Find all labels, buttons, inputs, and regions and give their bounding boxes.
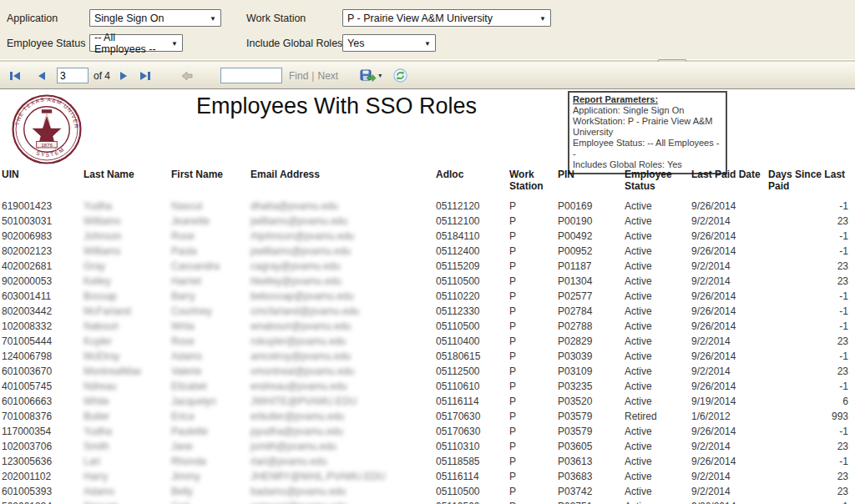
- report-parameters-box: Report Parameters: Application: Single S…: [568, 91, 727, 174]
- email-cell-redacted: pwilliams@pvamu.edu: [250, 244, 436, 259]
- last-name-cell-redacted: Williams: [83, 244, 171, 259]
- first-name-cell-redacted: Paulette: [171, 424, 250, 439]
- first-name-cell-redacted: Erica: [171, 409, 250, 424]
- days-since-last-paid-cell: 23: [768, 469, 848, 484]
- back-to-parent-icon[interactable]: [179, 68, 195, 84]
- days-since-last-paid-cell: -1: [768, 424, 848, 439]
- adloc-cell: 05180615: [436, 349, 509, 364]
- last-paid-date-cell: 9/2/2014: [691, 334, 768, 349]
- adloc-cell: 05112120: [436, 199, 509, 214]
- employee-status-cell: Active: [625, 289, 691, 304]
- email-cell-redacted: pyudha@pvamu.edu: [250, 424, 436, 439]
- uin-cell: 802003442: [2, 304, 83, 319]
- last-paid-date-cell: 9/2/2014: [691, 214, 768, 229]
- table-row: 402002681 Gray Cassandra cagray@pvamu.ed…: [2, 259, 848, 274]
- pin-cell: P03109: [558, 364, 625, 379]
- employees-table: UIN Last Name First Name Email Address A…: [2, 169, 848, 504]
- uin-cell: 601003670: [2, 364, 83, 379]
- last-paid-date-cell: 9/2/2014: [691, 469, 768, 484]
- employee-status-cell: Active: [625, 484, 691, 499]
- seal-year-text: 1876: [41, 142, 53, 148]
- days-since-last-paid-cell: -1: [768, 499, 848, 504]
- work-station-cell: P: [509, 469, 558, 484]
- last-paid-date-cell: 9/26/2014: [691, 229, 768, 244]
- work-station-cell: P: [509, 259, 558, 274]
- pin-cell: P00952: [558, 244, 625, 259]
- employee-status-cell: Active: [625, 244, 691, 259]
- next-page-icon[interactable]: [115, 68, 132, 84]
- email-cell-redacted: jwilliams@pvamu.edu: [250, 214, 436, 229]
- work-station-cell: P: [509, 334, 558, 349]
- last-paid-date-cell: 9/26/2014: [691, 349, 768, 364]
- first-name-cell-redacted: Valerie: [171, 364, 250, 379]
- first-name-cell-redacted: Carl: [171, 499, 250, 504]
- first-page-icon[interactable]: [7, 68, 23, 84]
- days-since-last-paid-cell: -1: [768, 289, 848, 304]
- pin-cell: P01304: [558, 274, 625, 289]
- export-save-icon[interactable]: ▾: [358, 68, 383, 84]
- search-input[interactable]: [220, 68, 282, 83]
- adloc-cell: 05116114: [436, 469, 509, 484]
- parameters-panel: Application Single Sign On ▼ Work Statio…: [0, 0, 855, 60]
- work-station-cell: P: [509, 274, 558, 289]
- find-link[interactable]: Find: [289, 70, 308, 82]
- next-link[interactable]: Next: [317, 70, 338, 82]
- employee-status-select[interactable]: -- All Employees -- ▼: [89, 34, 183, 52]
- application-label: Application: [7, 13, 58, 24]
- table-row: 701008376 Butler Erica erbutler@pvamu.ed…: [2, 409, 848, 424]
- include-global-roles-select[interactable]: Yes ▼: [342, 34, 436, 52]
- last-paid-date-cell: 9/2/2014: [691, 439, 768, 454]
- uin-cell: 601006663: [2, 394, 83, 409]
- pin-cell: P01187: [558, 259, 625, 274]
- last-name-cell-redacted: White: [83, 394, 171, 409]
- adloc-cell: 05110400: [436, 334, 509, 349]
- work-station-select[interactable]: P - Prairie View A&M University ▼: [342, 9, 551, 27]
- last-name-cell-redacted: Lari: [83, 454, 171, 469]
- report-toolbar: of 4 Find | Next ▾: [0, 62, 855, 89]
- last-paid-date-cell: 1/6/2012: [691, 409, 768, 424]
- chevron-down-icon: ▼: [539, 15, 546, 23]
- last-paid-date-cell: 9/2/2014: [691, 259, 768, 274]
- days-since-last-paid-cell: -1: [768, 349, 848, 364]
- uin-cell: 401005745: [2, 379, 83, 394]
- uin-cell: 102003706: [2, 439, 83, 454]
- days-since-last-paid-cell: -1: [768, 244, 848, 259]
- days-since-last-paid-cell: 23: [768, 334, 848, 349]
- adloc-cell: 05184110: [436, 229, 509, 244]
- last-name-cell-redacted: Harry: [83, 469, 171, 484]
- uin-cell: 902006983: [2, 229, 83, 244]
- days-since-last-paid-cell: -1: [768, 379, 848, 394]
- last-paid-date-cell: 9/26/2014: [691, 379, 768, 394]
- email-cell-redacted: JWHITE@PVAMU.EDU: [250, 394, 436, 409]
- table-row: 701005444 Kuyler Rose rokuyler@pvamu.edu…: [2, 334, 848, 349]
- uin-cell: 123005636: [2, 454, 83, 469]
- pin-cell: P03579: [558, 424, 625, 439]
- application-select[interactable]: Single Sign On ▼: [89, 9, 221, 27]
- work-station-cell: P: [509, 484, 558, 499]
- chevron-down-icon: ▼: [210, 15, 216, 23]
- first-name-cell-redacted: Rose: [171, 334, 250, 349]
- employee-status-cell: Active: [625, 454, 691, 469]
- previous-page-icon[interactable]: [33, 68, 50, 84]
- uin-cell: 102008332: [2, 319, 83, 334]
- adloc-cell: 05112100: [436, 214, 509, 229]
- employee-status-cell: Active: [625, 394, 691, 409]
- email-cell-redacted: rhjohnson@pvamu.edu: [250, 229, 436, 244]
- last-name-cell-redacted: Kuyler: [83, 334, 171, 349]
- page-number-input[interactable]: [57, 68, 89, 83]
- table-header-row: UIN Last Name First Name Email Address A…: [2, 169, 848, 199]
- work-station-cell: P: [509, 439, 558, 454]
- adloc-cell: 05110610: [436, 379, 509, 394]
- include-global-roles-label: Include Global Roles?: [246, 38, 348, 49]
- employee-status-cell: Active: [625, 259, 691, 274]
- last-name-cell-redacted: Smith: [83, 439, 171, 454]
- email-cell-redacted: jsmith@pvamu.edu: [250, 439, 436, 454]
- refresh-icon[interactable]: [392, 68, 408, 84]
- report-title: Employees With SSO Roles: [190, 93, 483, 119]
- last-page-icon[interactable]: [137, 68, 154, 84]
- email-cell-redacted: JHENRY@MAIL.PVAMU.EDU: [250, 469, 436, 484]
- employee-status-cell: Active: [625, 349, 691, 364]
- param-line-application: Application: Single Sign On: [573, 105, 722, 116]
- first-name-cell-redacted: Elizabet: [171, 379, 250, 394]
- adloc-cell: 05118585: [436, 454, 509, 469]
